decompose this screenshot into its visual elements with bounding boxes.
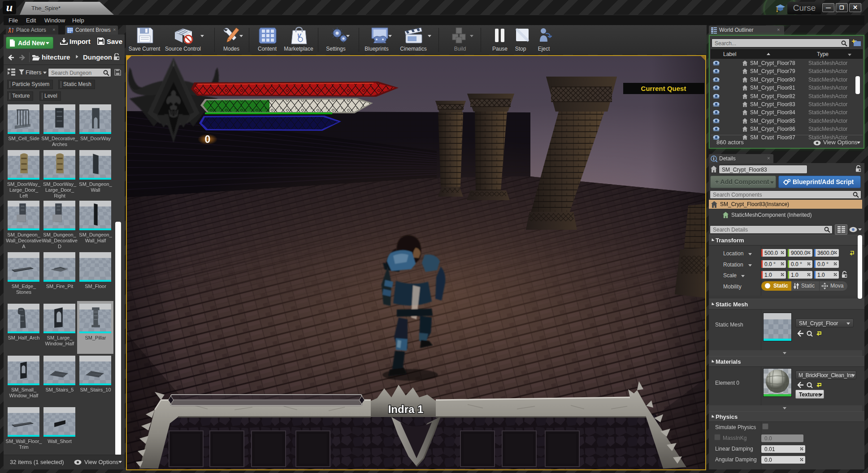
svg-text:i: i xyxy=(713,156,715,161)
svg-text:Current Quest: Current Quest xyxy=(641,85,686,92)
svg-text:Indra 1: Indra 1 xyxy=(388,403,424,415)
svg-text:V: V xyxy=(297,32,302,39)
svg-text:0: 0 xyxy=(205,133,211,145)
svg-text:u: u xyxy=(6,1,13,14)
